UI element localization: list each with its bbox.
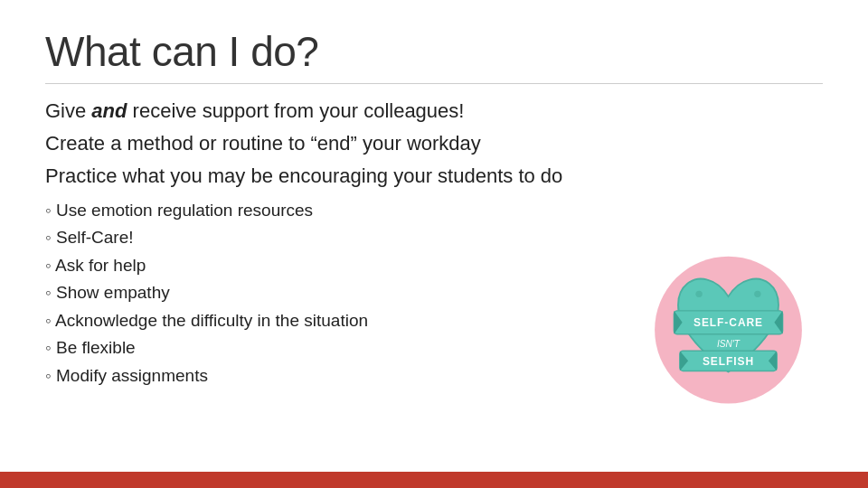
main-point-2: Create a method or routine to “end” your… (45, 129, 823, 158)
sub-point-1: Use emotion regulation resources (45, 198, 615, 224)
svg-text:SELF-CARE: SELF-CARE (693, 316, 762, 329)
main-point-3: Practice what you may be encouraging you… (45, 162, 823, 191)
self-care-illustration: SELF-CARE ISN'T SELFISH (633, 198, 823, 454)
sub-point-7: Modify assignments (45, 363, 615, 389)
svg-text:ISN'T: ISN'T (716, 338, 740, 348)
sub-points-list: Use emotion regulation resources Self-Ca… (45, 198, 615, 454)
self-care-svg: SELF-CARE ISN'T SELFISH (645, 242, 812, 409)
title-divider (45, 83, 823, 84)
main-point-1-italic: and (91, 99, 127, 122)
slide-content: What can I do? Give and receive support … (0, 0, 868, 472)
slide-title: What can I do? (45, 27, 823, 76)
main-points: Give and receive support from your colle… (45, 97, 823, 191)
main-point-1: Give and receive support from your colle… (45, 97, 823, 126)
sub-point-3: Ask for help (45, 253, 615, 279)
footer-bar (0, 472, 868, 488)
svg-point-10 (695, 290, 702, 296)
sub-point-4: Show empathy (45, 280, 615, 306)
sub-point-5: Acknowledge the difficulty in the situat… (45, 308, 615, 334)
sub-point-6: Be flexible (45, 335, 615, 361)
sub-points-area: Use emotion regulation resources Self-Ca… (45, 198, 823, 454)
svg-point-11 (754, 290, 760, 296)
svg-text:SELFISH: SELFISH (702, 355, 753, 368)
sub-point-2: Self-Care! (45, 225, 615, 251)
